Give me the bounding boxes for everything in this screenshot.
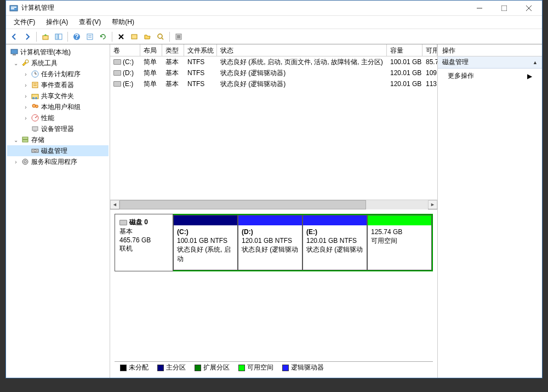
svg-rect-17 <box>132 35 137 39</box>
forward-button[interactable] <box>21 31 33 43</box>
minimize-button[interactable] <box>467 1 492 15</box>
col-volume[interactable]: 卷 <box>110 44 140 56</box>
menu-file[interactable]: 文件(F) <box>8 16 41 29</box>
tree-performance[interactable]: › 性能 <box>7 112 109 123</box>
menubar: 文件(F) 操作(A) 查看(V) 帮助(H) <box>6 16 542 29</box>
tree-label: 事件查看器 <box>41 81 74 90</box>
nav-tree[interactable]: 计算机管理(本地) ⌄ 系统工具 › 任务计划程序 › 事件查看器 › 共享文件… <box>6 44 110 378</box>
tree-event-viewer[interactable]: › 事件查看器 <box>7 79 109 90</box>
partition-status: 状态良好 (系统, 启动 <box>177 245 234 263</box>
tree-shared-folders[interactable]: › 共享文件夹 <box>7 90 109 101</box>
expander-icon[interactable]: › <box>22 115 29 121</box>
table-row[interactable]: (D:)简单基本NTFS状态良好 (逻辑驱动器)120.01 GB109.4 <box>110 67 437 78</box>
expander-icon[interactable]: › <box>22 82 29 88</box>
scroll-right-icon[interactable]: ► <box>428 200 437 209</box>
tree-task-scheduler[interactable]: › 任务计划程序 <box>7 69 109 79</box>
properties-button[interactable] <box>84 31 96 43</box>
table-row[interactable]: (C:)简单基本NTFS状态良好 (系统, 启动, 页面文件, 活动, 故障转储… <box>110 56 437 67</box>
expander-icon[interactable]: › <box>22 104 29 110</box>
cell-fs: NTFS <box>184 69 217 77</box>
up-button[interactable] <box>39 31 52 43</box>
svg-rect-7 <box>43 36 48 39</box>
col-layout[interactable]: 布局 <box>140 44 162 56</box>
scroll-left-icon[interactable]: ◄ <box>110 200 119 209</box>
legend-label: 逻辑驱动器 <box>291 363 324 372</box>
tools-icon <box>21 59 30 67</box>
svg-point-45 <box>34 150 36 152</box>
help-button[interactable]: ? <box>71 31 83 43</box>
tree-disk-management[interactable]: 磁盘管理 <box>7 145 109 156</box>
expander-icon[interactable]: › <box>22 71 29 77</box>
partition-body: 125.74 GB可用空间 <box>368 225 431 270</box>
expander-icon[interactable]: › <box>13 159 19 165</box>
svg-rect-42 <box>22 137 28 139</box>
tree-root[interactable]: 计算机管理(本地) <box>7 47 109 58</box>
col-capacity[interactable]: 容量 <box>387 44 423 56</box>
toolbar: ? <box>6 29 542 44</box>
tree-label: 系统工具 <box>31 59 58 68</box>
cell-layout: 简单 <box>140 57 162 67</box>
svg-rect-41 <box>33 131 37 132</box>
tree-services[interactable]: › 服务和应用程序 <box>7 156 109 167</box>
partition[interactable]: (D:)120.01 GB NTFS状态良好 (逻辑驱动 <box>238 215 302 270</box>
delete-icon[interactable] <box>115 31 127 43</box>
expander-icon[interactable]: ⌄ <box>13 137 19 143</box>
legend-free: 可用空间 <box>238 363 273 372</box>
menu-action[interactable]: 操作(A) <box>41 16 73 29</box>
partition-header <box>174 215 237 225</box>
window-buttons <box>467 1 541 15</box>
col-filesystem[interactable]: 文件系统 <box>184 44 217 56</box>
action-more[interactable]: 更多操作 ▶ <box>438 69 542 83</box>
disk-label: 磁盘 0 <box>129 218 148 227</box>
back-button[interactable] <box>8 31 20 43</box>
partition[interactable]: (E:)120.01 GB NTFS状态良好 (逻辑驱动 <box>302 215 367 270</box>
close-button[interactable] <box>516 1 541 15</box>
expander-icon[interactable]: ⌄ <box>13 60 19 66</box>
actions-section-diskmgmt[interactable]: 磁盘管理 ▲ <box>438 56 542 69</box>
menu-view[interactable]: 查看(V) <box>73 16 106 29</box>
collapse-icon[interactable]: ▲ <box>533 60 538 65</box>
legend-extended: 扩展分区 <box>195 363 230 372</box>
svg-text:?: ? <box>75 33 78 41</box>
search-icon[interactable] <box>155 31 167 43</box>
center-pane: 卷 布局 类型 文件系统 状态 容量 可用 (C:)简单基本NTFS状态良好 (… <box>110 44 438 378</box>
shared-folder-icon <box>31 92 39 100</box>
tree-local-users[interactable]: › 本地用户和组 <box>7 101 109 112</box>
svg-rect-24 <box>11 49 18 54</box>
horizontal-scrollbar[interactable]: ◄ ► <box>110 200 437 209</box>
svg-rect-40 <box>32 127 38 130</box>
cell-type: 基本 <box>162 57 184 67</box>
table-row[interactable]: (E:)简单基本NTFS状态良好 (逻辑驱动器)120.01 GB113.7 <box>110 78 437 89</box>
disk-name: 磁盘 0 <box>119 218 168 227</box>
svg-rect-30 <box>32 82 38 88</box>
services-icon <box>21 157 30 166</box>
svg-rect-25 <box>13 54 16 55</box>
app-icon <box>9 4 18 13</box>
disk-status: 联机 <box>119 244 168 253</box>
partition[interactable]: (C:)100.01 GB NTFS状态良好 (系统, 启动 <box>173 215 238 270</box>
tree-storage[interactable]: ⌄ 存储 <box>7 134 109 145</box>
tree-device-manager[interactable]: 设备管理器 <box>7 123 109 134</box>
open-icon[interactable] <box>141 31 153 43</box>
disk-info[interactable]: 磁盘 0 基本 465.76 GB 联机 <box>115 214 173 271</box>
disk-small-icon <box>119 220 127 225</box>
show-hide-tree-button[interactable] <box>53 31 65 43</box>
svg-point-37 <box>36 105 38 108</box>
maximize-button[interactable] <box>492 1 516 15</box>
partition[interactable]: 125.74 GB可用空间 <box>367 215 432 270</box>
col-free[interactable]: 可用 <box>423 44 437 56</box>
refresh-button[interactable] <box>97 31 109 43</box>
scroll-track[interactable] <box>119 200 428 209</box>
partitions-container: (C:)100.01 GB NTFS状态良好 (系统, 启动(D:)120.01… <box>173 214 433 271</box>
col-type[interactable]: 类型 <box>162 44 184 56</box>
svg-point-36 <box>32 104 36 107</box>
col-status[interactable]: 状态 <box>217 44 387 56</box>
tree-system-tools[interactable]: ⌄ 系统工具 <box>7 58 109 69</box>
expander-icon[interactable]: › <box>22 93 29 99</box>
settings-icon[interactable] <box>128 31 140 43</box>
menu-help[interactable]: 帮助(H) <box>106 16 140 29</box>
scroll-thumb[interactable] <box>119 200 366 209</box>
table-body[interactable]: (C:)简单基本NTFS状态良好 (系统, 启动, 页面文件, 活动, 故障转储… <box>110 56 437 200</box>
partition-status: 状态良好 (逻辑驱动 <box>242 245 299 254</box>
list-icon[interactable] <box>173 31 185 43</box>
